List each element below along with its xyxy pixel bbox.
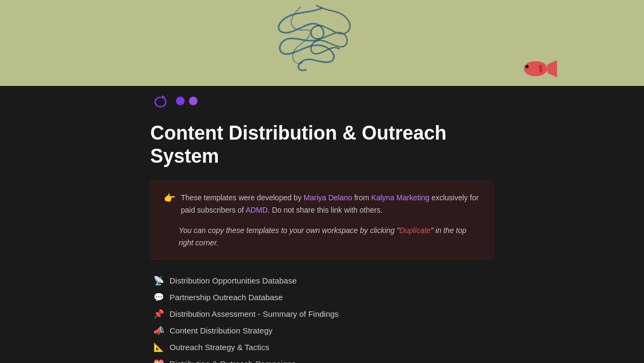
main-content: Content Distribution & Outreach System 👉… [0, 116, 644, 363]
nav-list: 📡Distribution Opportunities Database💬Par… [150, 273, 494, 363]
redo-icon[interactable] [150, 91, 170, 111]
info-box-text: These templates were developed by Mariya… [181, 192, 480, 216]
svg-marker-1 [547, 60, 557, 77]
page-title: Content Distribution & Outreach System [150, 121, 494, 168]
nav-item-icon: 💬 [153, 292, 164, 302]
info-box: 👉 These templates were developed by Mari… [150, 180, 494, 260]
fish-illustration [515, 54, 558, 81]
scribble-illustration [231, 3, 413, 78]
pointing-emoji: 👉 [164, 192, 175, 204]
nav-item-label: Distribution & Outreach Campaigns [170, 359, 296, 363]
nav-item-label: Partnership Outreach Database [170, 293, 283, 302]
nav-item[interactable]: 📣Content Distribution Strategy [150, 323, 494, 338]
nav-item[interactable]: 📐Outreach Strategy & Tactics [150, 339, 494, 355]
duplicate-link: Duplicate [399, 226, 430, 235]
nav-item-icon: 💝 [153, 359, 164, 363]
circle-indicator-1 [176, 97, 185, 105]
nav-item-icon: 📡 [153, 275, 164, 286]
nav-item-label: Content Distribution Strategy [170, 326, 273, 335]
nav-item-icon: 📌 [153, 309, 164, 319]
info-box-main: 👉 These templates were developed by Mari… [164, 192, 480, 216]
nav-item[interactable]: 📡Distribution Opportunities Database [150, 273, 494, 288]
nav-item-label: Distribution Assessment - Summary of Fin… [170, 309, 339, 318]
admd-link[interactable]: ADMD [246, 206, 268, 214]
svg-point-0 [524, 61, 547, 76]
toolbar-row [0, 86, 644, 116]
hero-section [0, 0, 644, 86]
nav-item[interactable]: 💝Distribution & Outreach Campaigns [150, 356, 494, 363]
org-link[interactable]: Kalyna Marketing [371, 193, 429, 202]
nav-item-icon: 📣 [153, 325, 164, 336]
nav-item[interactable]: 📌Distribution Assessment - Summary of Fi… [150, 306, 494, 322]
circle-indicator-2 [189, 97, 197, 105]
nav-item-label: Outreach Strategy & Tactics [170, 343, 269, 352]
nav-item-label: Distribution Opportunities Database [170, 276, 297, 285]
nav-item-icon: 📐 [153, 342, 164, 352]
nav-item[interactable]: 💬Partnership Outreach Database [150, 289, 494, 305]
italic-note: You can copy these templates to your own… [164, 224, 480, 249]
author-link[interactable]: Mariya Delano [304, 193, 352, 202]
svg-point-2 [525, 65, 529, 68]
